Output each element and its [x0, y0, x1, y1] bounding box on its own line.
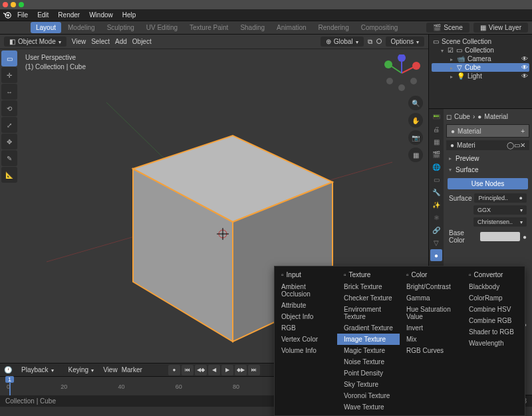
- popup-item[interactable]: Gamma: [400, 292, 462, 304]
- zoom-window-button[interactable]: [19, 2, 24, 7]
- popup-item[interactable]: Attribute: [275, 300, 337, 311]
- popup-item[interactable]: Sky Texture: [337, 379, 400, 390]
- minimize-window-button[interactable]: [11, 2, 16, 7]
- tool-select-box[interactable]: ▭: [1, 51, 17, 66]
- popup-item[interactable]: Object Info: [275, 311, 337, 322]
- eye-icon[interactable]: 👁: [521, 55, 528, 62]
- dot-icon[interactable]: ●: [519, 195, 523, 201]
- tool-annotate[interactable]: ✎: [1, 150, 17, 166]
- prop-tab-output-icon[interactable]: 🖨: [430, 123, 442, 135]
- outliner-collection[interactable]: ☑ ▭Collection: [432, 46, 529, 54]
- tool-transform[interactable]: ✥: [1, 134, 17, 150]
- tab-texture-paint[interactable]: Texture Paint: [184, 22, 233, 33]
- mode-selector[interactable]: ◧Object Mode: [4, 37, 66, 47]
- tool-move[interactable]: ↔: [1, 84, 17, 100]
- scene-selector[interactable]: 🎬Scene: [426, 23, 469, 33]
- tl-marker[interactable]: Marker: [122, 366, 142, 373]
- prop-tab-view-layer-icon[interactable]: ▦: [430, 136, 442, 148]
- prop-tab-scene-icon[interactable]: 🎬: [430, 148, 442, 160]
- surface-panel-header[interactable]: Surface: [446, 164, 529, 175]
- popup-item[interactable]: Noise Texture: [337, 356, 400, 367]
- tab-compositing[interactable]: Compositing: [356, 22, 404, 33]
- material-name-field[interactable]: ●Materi◯▭✕: [446, 140, 529, 150]
- menu-window[interactable]: Window: [85, 10, 117, 20]
- options-dropdown[interactable]: Options: [386, 37, 424, 47]
- tool-scale[interactable]: ⤢: [1, 117, 17, 133]
- dot-icon[interactable]: ●: [523, 233, 527, 241]
- material-slot[interactable]: ●Material+: [446, 124, 529, 138]
- editor-type-icon[interactable]: 🕐: [4, 366, 12, 373]
- popup-item[interactable]: Shader to RGB: [462, 326, 525, 338]
- popup-item[interactable]: Volume Info: [275, 345, 337, 356]
- tool-measure[interactable]: 📐: [1, 167, 17, 183]
- popup-item[interactable]: Checker Texture: [337, 292, 400, 304]
- vp-menu-object[interactable]: Object: [132, 38, 152, 45]
- prop-tab-particles-icon[interactable]: ✨: [430, 199, 442, 211]
- tab-modeling[interactable]: Modeling: [63, 22, 100, 33]
- snap-icon[interactable]: ⧉: [368, 38, 372, 46]
- perspective-toggle-icon[interactable]: ▦: [408, 148, 423, 162]
- jump-start-icon[interactable]: ⏮: [182, 365, 194, 375]
- menu-edit[interactable]: Edit: [33, 10, 53, 20]
- tl-keying[interactable]: Keying: [63, 365, 100, 375]
- camera-view-icon[interactable]: 📷: [408, 130, 423, 145]
- view-layer-selector[interactable]: ▦View Layer: [473, 23, 528, 33]
- pan-icon[interactable]: ✋: [408, 113, 423, 128]
- popup-item[interactable]: Bright/Contrast: [400, 281, 462, 292]
- distribution-dropdown[interactable]: GGX: [473, 205, 527, 215]
- zoom-icon[interactable]: 🔍: [408, 96, 423, 110]
- tab-uv-editing[interactable]: UV Editing: [141, 22, 183, 33]
- popup-item[interactable]: Mix: [400, 334, 462, 345]
- tl-playback[interactable]: Playback: [16, 365, 59, 375]
- popup-item[interactable]: ColorRamp: [462, 292, 525, 304]
- menu-file[interactable]: File: [13, 10, 32, 20]
- popup-item[interactable]: Invert: [400, 322, 462, 334]
- popup-item[interactable]: Gradient Texture: [337, 322, 400, 334]
- vp-menu-view[interactable]: View: [72, 38, 86, 45]
- popup-item[interactable]: Brick Texture: [337, 281, 400, 292]
- vp-menu-add[interactable]: Add: [115, 38, 127, 45]
- tab-shading[interactable]: Shading: [235, 22, 270, 33]
- navigation-gizmo[interactable]: [383, 54, 420, 92]
- prop-tab-modifiers-icon[interactable]: 🔧: [430, 186, 442, 198]
- popup-item[interactable]: Combine RGB: [462, 315, 525, 326]
- prop-tab-constraints-icon[interactable]: 🔗: [430, 224, 442, 236]
- outliner-item-camera[interactable]: 📹Camera👁: [432, 54, 529, 63]
- base-color-swatch[interactable]: [480, 232, 520, 241]
- transform-orientation[interactable]: ⊕Global: [321, 37, 364, 47]
- eye-icon[interactable]: 👁: [521, 72, 528, 80]
- popup-item[interactable]: RGB Curves: [400, 345, 462, 356]
- keyframe-next-icon[interactable]: ◆▶: [235, 365, 247, 375]
- outliner-item-cube[interactable]: ▽Cube👁: [432, 63, 529, 72]
- popup-item[interactable]: Blackbody: [462, 281, 525, 292]
- play-reverse-icon[interactable]: ◀: [208, 365, 220, 375]
- popup-item[interactable]: Ambient Occlusion: [275, 281, 337, 300]
- prop-tab-material-icon[interactable]: ●: [430, 249, 442, 261]
- tab-animation[interactable]: Animation: [271, 22, 311, 33]
- jump-end-icon[interactable]: ⏭: [248, 365, 260, 375]
- popup-item[interactable]: Image Texture: [337, 334, 400, 345]
- popup-item[interactable]: RGB: [275, 322, 337, 334]
- popup-item[interactable]: Hue Saturation Value: [400, 304, 462, 322]
- add-slot-icon[interactable]: +: [521, 128, 525, 135]
- prop-tab-render-icon[interactable]: 📟: [430, 110, 442, 122]
- prop-tab-mesh-icon[interactable]: ▽: [430, 237, 442, 249]
- tool-rotate[interactable]: ⟲: [1, 100, 17, 116]
- close-window-button[interactable]: [3, 2, 8, 7]
- proportional-edit-icon[interactable]: [376, 38, 382, 45]
- popup-item[interactable]: Voronoi Texture: [337, 390, 400, 401]
- prop-tab-object-icon[interactable]: ▭: [430, 173, 442, 185]
- eye-icon[interactable]: 👁: [521, 64, 528, 71]
- popup-item[interactable]: Vertex Color: [275, 334, 337, 345]
- popup-item[interactable]: Environment Texture: [337, 304, 400, 322]
- popup-item[interactable]: Wavelength: [462, 338, 525, 349]
- use-nodes-button[interactable]: Use Nodes: [448, 178, 528, 189]
- outliner-scene-collection[interactable]: ▭Scene Collection: [432, 37, 529, 46]
- outliner-item-light[interactable]: 💡Light👁: [432, 72, 529, 80]
- prop-tab-physics-icon[interactable]: ⚛: [430, 211, 442, 223]
- tool-cursor[interactable]: ✛: [1, 67, 17, 83]
- menu-render[interactable]: Render: [54, 10, 84, 20]
- popup-item[interactable]: Wave Texture: [337, 401, 400, 413]
- tab-layout[interactable]: Layout: [31, 22, 61, 33]
- prop-tab-world-icon[interactable]: 🌐: [430, 161, 442, 173]
